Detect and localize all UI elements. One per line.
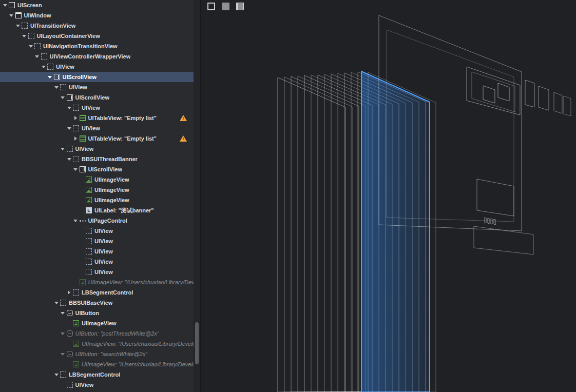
tree-row-label: UIPageControl — [88, 218, 127, 224]
tree-row-uilayoutcontainerview[interactable]: UILayoutContainerView — [0, 31, 194, 41]
disclosure-expanded-icon[interactable] — [2, 4, 8, 7]
disclosure-expanded-icon[interactable] — [66, 158, 72, 161]
tree-row-uiview[interactable]: UIView — [0, 380, 194, 390]
tree-row-bbsuibaseview[interactable]: BBSUIBaseView — [0, 298, 194, 308]
disclosure-expanded-icon[interactable] — [28, 45, 33, 48]
layer-plane[interactable] — [485, 218, 486, 223]
disclosure-expanded-icon[interactable] — [53, 86, 59, 89]
tree-row-label: UINavigationTransitionView — [43, 43, 118, 49]
tree-row-uiimageview[interactable]: UIImageView — [0, 195, 194, 205]
tree-row-uiview[interactable]: UIView — [0, 267, 194, 277]
disclosure-collapsed-icon[interactable] — [73, 136, 79, 141]
tree-row-uiscrollview[interactable]: UIScrollView — [0, 72, 194, 82]
disclosure-expanded-icon[interactable] — [60, 312, 66, 315]
disclosure-expanded-icon[interactable] — [60, 353, 66, 356]
disclosure-expanded-icon[interactable] — [66, 107, 72, 109]
tree-row-uiview[interactable]: UIView — [0, 390, 194, 392]
tree-row-uibutton[interactable]: UIButton: "searchWhite@2x" — [0, 349, 194, 359]
layer-plane[interactable] — [498, 83, 509, 101]
tree-row-uiscrollview[interactable]: UIScrollView — [0, 164, 194, 174]
tree-row-uiview[interactable]: UIView — [0, 236, 194, 246]
view-icon — [86, 248, 92, 254]
layer-plane[interactable] — [491, 219, 492, 224]
warning-icon[interactable]: ! — [180, 135, 187, 142]
disclosure-expanded-icon[interactable] — [73, 220, 79, 222]
layer-plane[interactable] — [483, 86, 495, 103]
layer-plane[interactable] — [298, 76, 366, 392]
layer-plane[interactable] — [278, 77, 345, 392]
tree-row-uinavigationtransitionview[interactable]: UINavigationTransitionView — [0, 41, 194, 51]
layer-plane[interactable] — [467, 67, 520, 115]
tree-row-label: UIImageView: "/Users/chuxiao/Library/Dev… — [82, 361, 194, 367]
tree-row-uiscreen[interactable]: UIScreen — [0, 0, 194, 10]
warning-icon[interactable]: ! — [180, 115, 187, 121]
disclosure-expanded-icon[interactable] — [41, 66, 46, 68]
tree-row-uibutton[interactable]: UIButton — [0, 308, 194, 318]
tree-row-uiimageview[interactable]: UIImageView: "/Users/chuxiao/Library/Dev… — [0, 277, 194, 287]
layer-plane[interactable] — [554, 92, 562, 113]
layer-plane[interactable] — [525, 80, 534, 107]
layer-plane[interactable] — [477, 179, 514, 216]
tree-row-uitransitionview[interactable]: UITransitionView — [0, 21, 194, 31]
tree-scrollbar-track[interactable] — [194, 0, 200, 392]
tree-row-uiimageview[interactable]: UIImageView: "/Users/chuxiao/Library/Dev… — [0, 339, 194, 349]
tree-row-label: UITransitionView — [30, 23, 75, 29]
show-contents-button[interactable] — [222, 3, 229, 10]
disclosure-collapsed-icon[interactable] — [73, 116, 79, 120]
disclosure-expanded-icon[interactable] — [9, 14, 14, 17]
show-wireframes-button[interactable] — [207, 3, 215, 10]
tree-row-uiview[interactable]: UIView — [0, 226, 194, 236]
tree-row-uiview[interactable]: UIView — [0, 62, 194, 72]
tree-row-uipagecontrol[interactable]: UIPageControl — [0, 215, 194, 226]
disclosure-collapsed-icon[interactable] — [66, 290, 72, 295]
disclosure-expanded-icon[interactable] — [60, 332, 66, 335]
tree-row-uiimageview[interactable]: UIImageView — [0, 174, 194, 185]
tree-row-uiimageview[interactable]: UIImageView: "/Users/chuxiao/Library/Dev… — [0, 359, 194, 369]
layer-plane[interactable] — [564, 96, 571, 116]
tree-row-uiview[interactable]: UIView — [0, 257, 194, 267]
layer-plane[interactable] — [472, 72, 515, 112]
tree-row-uiimageview[interactable]: UIImageView — [0, 185, 194, 195]
tree-row-uibutton[interactable]: UIButton: "postThreadWhite@2x" — [0, 328, 194, 339]
disclosure-expanded-icon[interactable] — [60, 148, 66, 150]
tree-row-uiviewcontrollerwrapperview[interactable]: UIViewControllerWrapperView — [0, 51, 194, 62]
selected-layer-plane[interactable] — [361, 71, 430, 392]
show-wireframes-and-contents-button[interactable] — [236, 3, 244, 10]
tree-row-uilabel[interactable]: UILabel: "测试banner" — [0, 205, 194, 215]
disclosure-expanded-icon[interactable] — [22, 35, 27, 37]
layer-plane[interactable] — [284, 77, 352, 392]
tree-row-label: UIScrollView — [63, 74, 97, 80]
tree-row-label: UIImageView — [94, 197, 129, 203]
disclosure-expanded-icon[interactable] — [53, 302, 59, 304]
tree-row-uiwindow[interactable]: UIWindow — [0, 10, 194, 21]
layer-plane[interactable] — [291, 76, 359, 392]
tree-row-uiimageview[interactable]: UIImageView — [0, 318, 194, 328]
disclosure-expanded-icon[interactable] — [73, 168, 79, 171]
disclosure-expanded-icon[interactable] — [47, 76, 53, 79]
tree-row-uiview[interactable]: UIView — [0, 82, 194, 92]
layers-3d-view[interactable] — [201, 0, 576, 392]
disclosure-expanded-icon[interactable] — [15, 25, 21, 27]
tree-row-bbsuithreadbanner[interactable]: BBSUIThreadBanner — [0, 154, 194, 164]
tree-row-uitableview[interactable]: UITableView: "Empty list"! — [0, 113, 194, 123]
tree-row-uitableview[interactable]: UITableView: "Empty list"! — [0, 133, 194, 144]
tree-row-label: UIButton: "postThreadWhite@2x" — [75, 330, 159, 337]
layer-plane[interactable] — [539, 86, 549, 110]
tree-row-uiview[interactable]: UIView — [0, 246, 194, 257]
tree-scrollbar-thumb[interactable] — [195, 322, 199, 364]
layer-plane[interactable] — [494, 219, 495, 225]
disclosure-expanded-icon[interactable] — [53, 374, 59, 376]
disclosure-expanded-icon[interactable] — [34, 55, 40, 58]
disclosure-expanded-icon[interactable] — [60, 96, 66, 99]
tree-row-lbsegmentcontrol[interactable]: LBSegmentControl — [0, 287, 194, 298]
tree-row-lbsegmentcontrol[interactable]: LBSegmentControl — [0, 369, 194, 380]
tree-row-uiview[interactable]: UIView — [0, 123, 194, 133]
tree-row-uiview[interactable]: UIView — [0, 144, 194, 154]
view-icon — [28, 33, 34, 39]
imageview-icon — [73, 361, 79, 367]
disclosure-expanded-icon[interactable] — [66, 127, 72, 130]
layer-plane[interactable] — [474, 226, 533, 254]
tree-row-uiscrollview[interactable]: UIScrollView — [0, 92, 194, 103]
tree-row-uiview[interactable]: UIView — [0, 103, 194, 113]
tree-row-label: UIView — [69, 84, 87, 90]
